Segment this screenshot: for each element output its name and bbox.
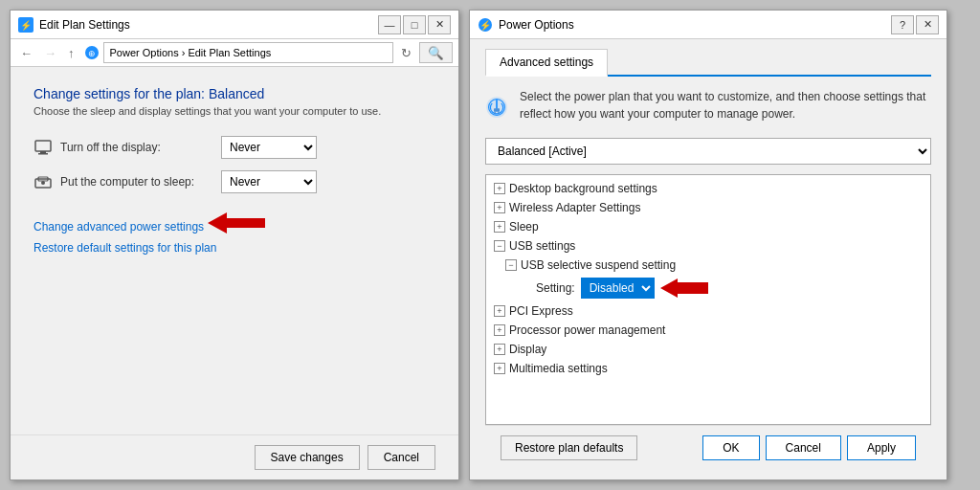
red-arrow-power-icon — [660, 278, 708, 298]
tree-item-desktop[interactable]: + Desktop background settings — [486, 179, 930, 198]
power-options-window: ⚡ Power Options ? ✕ Advanced settings — [469, 10, 947, 480]
edit-plan-title: Edit Plan Settings — [39, 18, 130, 32]
plan-subheading: Choose the sleep and display settings th… — [33, 105, 435, 117]
tree-item-sleep[interactable]: + Sleep — [486, 217, 930, 236]
processor-label: Processor power management — [509, 323, 665, 337]
tree-item-pci[interactable]: + PCI Express — [486, 301, 930, 321]
up-button[interactable]: ↑ — [64, 44, 78, 62]
tree-item-usb-suspend[interactable]: − USB selective suspend setting — [486, 256, 930, 275]
expand-desktop-icon[interactable]: + — [494, 183, 505, 194]
tree-item-display[interactable]: + Display — [486, 340, 930, 359]
plan-dropdown[interactable]: Balanced [Active] Power saver High perfo… — [485, 138, 931, 165]
cancel-power-button[interactable]: Cancel — [766, 435, 841, 460]
sleep-label: Put the computer to sleep: — [60, 175, 213, 189]
sleep-setting-row: Put the computer to sleep: Never 5 minut… — [33, 170, 435, 193]
power-title-left: ⚡ Power Options — [478, 17, 574, 33]
sleep-dropdown[interactable]: Never 5 minutes 15 minutes 30 minutes — [221, 170, 317, 193]
power-options-titlebar: ⚡ Power Options ? ✕ — [470, 11, 947, 39]
power-title-controls: ? ✕ — [891, 15, 939, 34]
expand-pci-icon[interactable]: + — [494, 305, 505, 317]
back-button[interactable]: ← — [16, 44, 36, 62]
plan-selector: Balanced [Active] Power saver High perfo… — [485, 138, 931, 165]
expand-sleep-icon[interactable]: + — [494, 221, 505, 233]
address-bar: ← → ↑ ⊕ ↻ 🔍 — [11, 39, 458, 67]
advanced-link[interactable]: Change advanced power settings — [33, 220, 204, 234]
edit-plan-window: ⚡ Edit Plan Settings — □ ✕ ← → ↑ ⊕ ↻ 🔍 C… — [10, 10, 459, 480]
expand-wireless-icon[interactable]: + — [494, 202, 505, 213]
edit-plan-titlebar: ⚡ Edit Plan Settings — □ ✕ — [11, 11, 458, 39]
expand-usb-icon[interactable]: − — [494, 240, 505, 252]
usb-suspend-value-row: Setting: Disabled Enabled — [486, 275, 930, 301]
power-header: Select the power plan that you want to c… — [485, 88, 931, 126]
edit-plan-footer: Save changes Cancel — [11, 434, 458, 479]
cancel-button[interactable]: Cancel — [368, 445, 435, 470]
power-options-title: Power Options — [499, 18, 574, 32]
restore-link[interactable]: Restore default settings for this plan — [33, 241, 216, 255]
power-options-icon: ⚡ — [478, 17, 493, 33]
display-label: Turn off the display: — [60, 141, 213, 154]
usb-suspend-label: USB selective suspend setting — [521, 258, 676, 272]
expand-processor-icon[interactable]: + — [494, 324, 505, 336]
power-footer: Restore plan defaults OK Cancel Apply — [485, 425, 931, 470]
expand-display-icon[interactable]: + — [494, 344, 505, 355]
display-icon — [33, 138, 53, 157]
advanced-link-row: Change advanced power settings — [33, 205, 435, 241]
breadcrumb-icon: ⊕ — [84, 45, 100, 60]
apply-button[interactable]: Apply — [847, 435, 916, 460]
maximize-button[interactable]: □ — [403, 15, 426, 34]
svg-rect-6 — [38, 153, 48, 155]
power-options-content: Advanced settings Select the power plan … — [470, 39, 947, 479]
display-dropdown[interactable]: Never 1 minute 5 minutes 15 minutes — [221, 136, 317, 159]
edit-plan-icon: ⚡ — [18, 17, 33, 33]
sleep-icon — [33, 172, 53, 191]
title-bar-controls: — □ ✕ — [378, 15, 451, 34]
setting-value-dropdown[interactable]: Disabled Enabled — [581, 278, 655, 299]
title-bar-left: ⚡ Edit Plan Settings — [18, 17, 130, 33]
minimize-button[interactable]: — — [378, 15, 401, 34]
expand-usb-suspend-icon[interactable]: − — [505, 259, 517, 271]
svg-text:⚡: ⚡ — [479, 19, 492, 32]
red-arrow-icon — [208, 212, 265, 234]
ok-button[interactable]: OK — [702, 435, 759, 460]
tree-item-processor[interactable]: + Processor power management — [486, 321, 930, 340]
power-close-button[interactable]: ✕ — [916, 15, 939, 34]
svg-rect-5 — [40, 151, 46, 153]
pci-label: PCI Express — [509, 304, 573, 318]
display-tree-label: Display — [509, 343, 546, 356]
multimedia-label: Multimedia settings — [509, 362, 608, 375]
tree-item-multimedia[interactable]: + Multimedia settings — [486, 359, 930, 378]
edit-plan-content: Change settings for the plan: Balanced C… — [11, 67, 458, 434]
restore-defaults-button[interactable]: Restore plan defaults — [501, 435, 637, 460]
svg-marker-18 — [660, 278, 708, 298]
power-description: Select the power plan that you want to c… — [520, 88, 931, 122]
refresh-button[interactable]: ↻ — [397, 44, 415, 62]
desktop-label: Desktop background settings — [509, 182, 657, 195]
sleep-tree-label: Sleep — [509, 220, 539, 234]
forward-button[interactable]: → — [40, 44, 60, 62]
setting-label: Setting: — [536, 281, 575, 295]
svg-text:⊕: ⊕ — [88, 49, 96, 58]
address-search-button[interactable]: 🔍 — [419, 42, 453, 63]
usb-label: USB settings — [509, 239, 575, 253]
address-input[interactable] — [103, 42, 394, 63]
plan-heading: Change settings for the plan: Balanced — [33, 86, 435, 101]
svg-rect-4 — [35, 141, 51, 151]
svg-marker-10 — [208, 212, 265, 234]
wireless-label: Wireless Adapter Settings — [509, 201, 640, 214]
close-button[interactable]: ✕ — [428, 15, 451, 34]
tab-advanced-settings[interactable]: Advanced settings — [485, 49, 608, 77]
power-dialog-buttons: OK Cancel Apply — [702, 435, 916, 460]
svg-point-9 — [41, 181, 45, 185]
svg-rect-15 — [494, 108, 500, 112]
tab-bar: Advanced settings — [485, 49, 931, 77]
display-setting-row: Turn off the display: Never 1 minute 5 m… — [33, 136, 435, 159]
settings-tree[interactable]: + Desktop background settings + Wireless… — [485, 174, 931, 425]
expand-multimedia-icon[interactable]: + — [494, 363, 505, 374]
tree-item-usb[interactable]: − USB settings — [486, 236, 930, 256]
svg-text:⚡: ⚡ — [20, 19, 33, 32]
save-changes-button[interactable]: Save changes — [255, 445, 360, 470]
tree-item-wireless[interactable]: + Wireless Adapter Settings — [486, 198, 930, 217]
power-header-icon — [485, 88, 508, 126]
power-help-button[interactable]: ? — [891, 15, 914, 34]
